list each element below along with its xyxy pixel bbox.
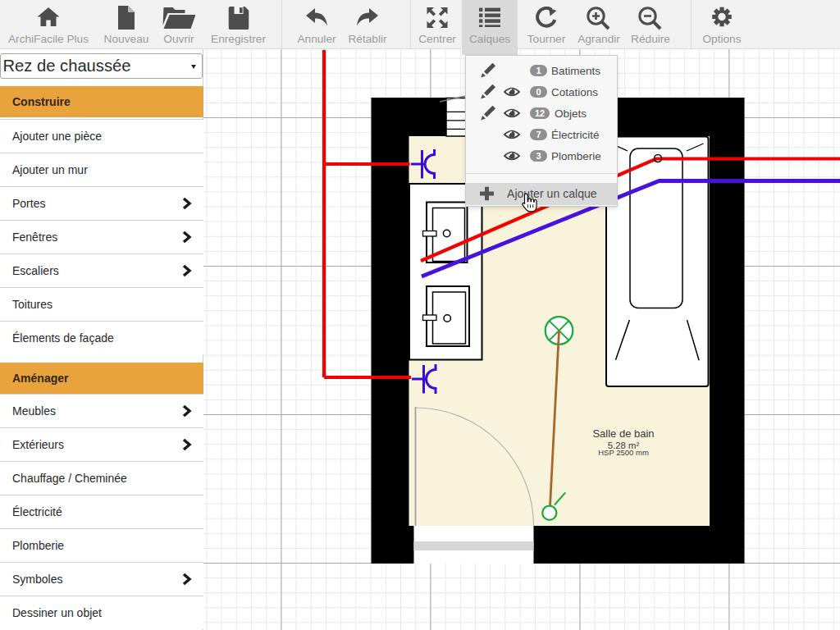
- svg-text:HSP 2500 mm: HSP 2500 mm: [598, 448, 649, 457]
- svg-text:Salle de bain: Salle de bain: [592, 427, 654, 440]
